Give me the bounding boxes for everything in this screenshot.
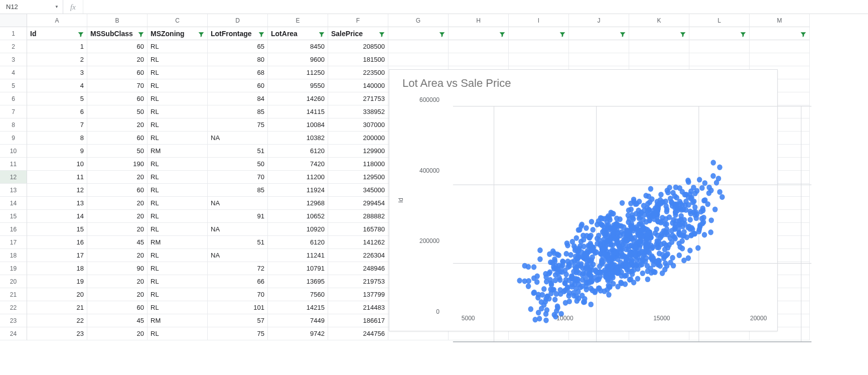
select-all-corner[interactable]: [0, 14, 27, 27]
name-box[interactable]: [5, 3, 54, 11]
row-header[interactable]: 11: [0, 158, 27, 171]
cell[interactable]: 17: [27, 249, 87, 262]
cell[interactable]: 13: [27, 197, 87, 210]
filter-icon[interactable]: [498, 30, 506, 38]
cell[interactable]: 14215: [268, 301, 328, 314]
cell[interactable]: [449, 40, 509, 53]
cell[interactable]: 7449: [268, 314, 328, 327]
cell[interactable]: RL: [148, 105, 208, 118]
cell[interactable]: 101: [208, 301, 268, 314]
cell[interactable]: [388, 53, 449, 66]
cell[interactable]: RL: [148, 66, 208, 79]
cell[interactable]: 60: [208, 79, 268, 92]
cell[interactable]: 20: [87, 327, 148, 340]
column-header-B[interactable]: B: [87, 14, 148, 27]
cell[interactable]: [750, 40, 810, 53]
cell[interactable]: RL: [148, 184, 208, 197]
filter-icon[interactable]: [318, 30, 326, 38]
header-cell[interactable]: SalePrice: [328, 27, 388, 40]
column-header-J[interactable]: J: [569, 14, 629, 27]
cell[interactable]: 84: [208, 92, 268, 105]
row-header[interactable]: 15: [0, 210, 27, 223]
row-header[interactable]: 13: [0, 184, 27, 197]
cell[interactable]: 66: [208, 275, 268, 288]
row-header[interactable]: 16: [0, 223, 27, 236]
cell[interactable]: 226304: [328, 249, 388, 262]
cell[interactable]: RL: [148, 92, 208, 105]
column-header-K[interactable]: K: [629, 14, 689, 27]
cell[interactable]: 22: [27, 314, 87, 327]
filter-icon[interactable]: [558, 30, 566, 38]
row-header[interactable]: 5: [0, 79, 27, 92]
row-header[interactable]: 14: [0, 197, 27, 210]
row-header[interactable]: 21: [0, 288, 27, 301]
cell[interactable]: RL: [148, 327, 208, 340]
cell[interactable]: 70: [208, 288, 268, 301]
spreadsheet-grid[interactable]: ABCDEFGHIJKLM 1IdMSSubClassMSZoningLotFr…: [0, 14, 868, 340]
cell[interactable]: 4: [27, 79, 87, 92]
cell[interactable]: 20: [87, 53, 148, 66]
row-header[interactable]: 17: [0, 236, 27, 249]
header-cell[interactable]: [750, 27, 810, 40]
cell[interactable]: 9742: [268, 327, 328, 340]
cell[interactable]: 244756: [328, 327, 388, 340]
cell[interactable]: NA: [208, 223, 268, 236]
cell[interactable]: [388, 40, 449, 53]
row-header[interactable]: 24: [0, 327, 27, 340]
cell[interactable]: 20: [87, 171, 148, 184]
cell[interactable]: 75: [208, 118, 268, 132]
cell[interactable]: [449, 53, 509, 66]
row-header[interactable]: 2: [0, 40, 27, 53]
cell[interactable]: 7: [27, 118, 87, 132]
cell[interactable]: RL: [148, 262, 208, 275]
cell[interactable]: 271753: [328, 92, 388, 105]
cell[interactable]: RL: [148, 53, 208, 66]
cell[interactable]: 307000: [328, 118, 388, 132]
header-cell[interactable]: [449, 27, 509, 40]
cell[interactable]: 2: [27, 53, 87, 66]
cell[interactable]: 60: [87, 301, 148, 314]
cell[interactable]: 9550: [268, 79, 328, 92]
cell[interactable]: 288882: [328, 210, 388, 223]
cell[interactable]: 129500: [328, 171, 388, 184]
cell[interactable]: 70: [208, 171, 268, 184]
filter-icon[interactable]: [197, 30, 205, 38]
cell[interactable]: NA: [208, 197, 268, 210]
cell[interactable]: 10920: [268, 223, 328, 236]
column-header-A[interactable]: A: [27, 14, 87, 27]
header-cell[interactable]: [569, 27, 629, 40]
cell[interactable]: 10382: [268, 132, 328, 145]
row-header[interactable]: 18: [0, 249, 27, 262]
cell[interactable]: 12: [27, 184, 87, 197]
cell[interactable]: 11200: [268, 171, 328, 184]
column-header-F[interactable]: F: [328, 14, 388, 27]
cell[interactable]: 85: [208, 184, 268, 197]
cell[interactable]: 219753: [328, 275, 388, 288]
cell[interactable]: RL: [148, 132, 208, 145]
cell[interactable]: 118000: [328, 158, 388, 171]
cell[interactable]: RL: [148, 288, 208, 301]
header-cell[interactable]: [509, 27, 569, 40]
cell[interactable]: 65: [208, 40, 268, 53]
cell[interactable]: RL: [148, 223, 208, 236]
cell[interactable]: RL: [148, 197, 208, 210]
cell[interactable]: 11250: [268, 66, 328, 79]
cell[interactable]: 18: [27, 262, 87, 275]
cell[interactable]: 200000: [328, 132, 388, 145]
header-cell[interactable]: LotArea: [268, 27, 328, 40]
cell[interactable]: 9: [27, 145, 87, 158]
cell[interactable]: 141262: [328, 236, 388, 249]
cell[interactable]: 60: [87, 92, 148, 105]
cell[interactable]: 51: [208, 236, 268, 249]
cell[interactable]: 90: [87, 262, 148, 275]
cell[interactable]: 50: [87, 105, 148, 118]
cell[interactable]: 51: [208, 145, 268, 158]
row-header[interactable]: 8: [0, 118, 27, 132]
cell[interactable]: 1: [27, 40, 87, 53]
filter-icon[interactable]: [438, 30, 446, 38]
embedded-chart[interactable]: Lot Area vs Sale Price Id 02000004000006…: [389, 69, 778, 331]
cell[interactable]: 45: [87, 314, 148, 327]
row-header[interactable]: 20: [0, 275, 27, 288]
cell[interactable]: RL: [148, 249, 208, 262]
column-header-G[interactable]: G: [388, 14, 449, 27]
